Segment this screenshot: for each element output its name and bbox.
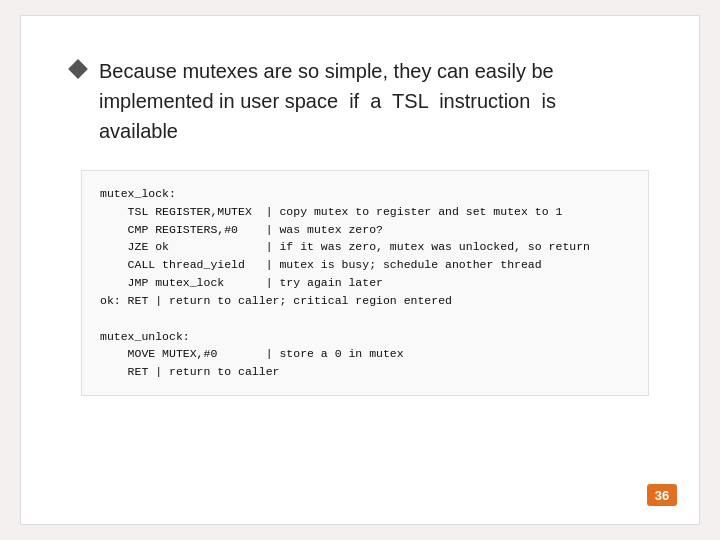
bullet-section: Because mutexes are so simple, they can … xyxy=(71,56,649,146)
code-line: mutex_unlock: xyxy=(100,328,630,346)
code-line: RET | return to caller xyxy=(100,363,630,381)
bullet-diamond-icon xyxy=(68,59,88,79)
code-line xyxy=(100,310,630,328)
code-line: CALL thread_yield | mutex is busy; sched… xyxy=(100,256,630,274)
code-line: mutex_lock: xyxy=(100,185,630,203)
code-line: ok: RET | return to caller; critical reg… xyxy=(100,292,630,310)
code-line: JZE ok | if it was zero, mutex was unloc… xyxy=(100,238,630,256)
code-block: mutex_lock: TSL REGISTER,MUTEX | copy mu… xyxy=(81,170,649,396)
code-line: MOVE MUTEX,#0 | store a 0 in mutex xyxy=(100,345,630,363)
code-line: CMP REGISTERS,#0 | was mutex zero? xyxy=(100,221,630,239)
page-number: 36 xyxy=(647,484,677,506)
code-line: JMP mutex_lock | try again later xyxy=(100,274,630,292)
slide: Because mutexes are so simple, they can … xyxy=(20,15,700,525)
code-line: TSL REGISTER,MUTEX | copy mutex to regis… xyxy=(100,203,630,221)
bullet-text: Because mutexes are so simple, they can … xyxy=(99,56,556,146)
